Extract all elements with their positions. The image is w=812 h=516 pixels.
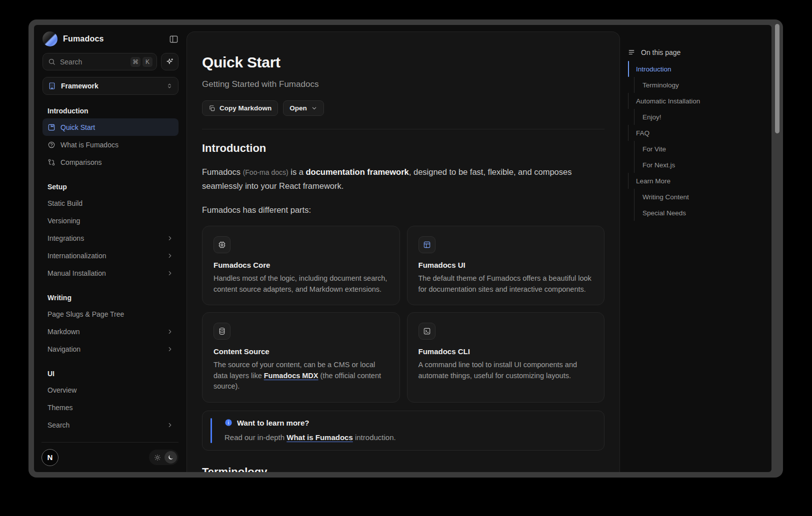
chevron-right-icon (166, 252, 174, 259)
sparkles-icon (166, 57, 174, 66)
sidebar-item-label: Page Slugs & Page Tree (48, 310, 124, 318)
sidebar-item-manual-installation[interactable]: Manual Installation (42, 264, 178, 282)
sidebar-item-markdown[interactable]: Markdown (42, 323, 178, 340)
card-description: The default theme of Fumadocs offers a b… (418, 273, 594, 295)
pronunciation-hint: (Foo-ma docs) (243, 168, 288, 176)
building-icon (48, 82, 56, 90)
toc-item-special-needs[interactable]: Special Needs (628, 205, 718, 221)
toc-item-for-nextjs[interactable]: For Next.js (628, 157, 718, 173)
copy-icon (208, 105, 216, 112)
sidebar-item-label: Versioning (48, 217, 80, 225)
table-of-contents: On this page Introduction Terminology Au… (628, 45, 718, 221)
nav-section-ui: UI (42, 366, 178, 381)
moon-icon[interactable] (164, 451, 177, 464)
nav-section-setup: Setup (42, 179, 178, 194)
sidebar-item-page-slugs[interactable]: Page Slugs & Page Tree (42, 305, 178, 323)
sidebar-item-label: Navigation (48, 345, 80, 353)
sidebar-item-quick-start[interactable]: Quick Start (42, 118, 178, 136)
card-fumadocs-cli[interactable]: Fumadocs CLI A command line tool to inst… (407, 312, 605, 403)
toc-list: Introduction Terminology Automatic Insta… (628, 61, 718, 221)
card-content-source[interactable]: Content Source The source of your conten… (202, 312, 400, 403)
info-icon (224, 419, 232, 427)
sidebar-item-what-is-fumadocs[interactable]: What is Fumadocs (42, 136, 178, 153)
circle-question-icon (48, 141, 56, 149)
sidebar-item-themes[interactable]: Themes (42, 399, 178, 416)
card-description: Handles most of the logic, including doc… (214, 273, 388, 295)
scrollbar-thumb[interactable] (775, 24, 780, 133)
sidebar-item-static-build[interactable]: Static Build (42, 194, 178, 212)
nav-section-introduction: Introduction (42, 103, 178, 118)
toc-item-label: Automatic Installation (636, 97, 700, 105)
chevron-right-icon (166, 422, 174, 429)
sidebar-item-navigation[interactable]: Navigation (42, 340, 178, 358)
chevron-right-icon (166, 328, 174, 335)
callout-head: Want to learn more? (224, 419, 595, 427)
what-is-fumadocs-link[interactable]: What is Fumadocs (286, 433, 353, 442)
text-fragment: Read our in-depth (224, 433, 286, 442)
nextjs-logo[interactable]: N (42, 449, 58, 466)
toc-item-learn-more[interactable]: Learn More (628, 173, 718, 189)
sidebar-item-versioning[interactable]: Versioning (42, 212, 178, 229)
sidebar-item-label: Comparisons (60, 158, 102, 166)
toc-item-label: Learn More (636, 177, 670, 185)
card-description: A command line tool to install UI compon… (418, 360, 594, 381)
sidebar-item-label: Internationalization (48, 252, 106, 260)
card-title: Content Source (214, 347, 388, 356)
toc-item-automatic-installation[interactable]: Automatic Installation (628, 93, 718, 109)
chevron-right-icon (166, 270, 174, 277)
toc-header: On this page (628, 45, 718, 60)
chevrons-up-down-icon (166, 82, 173, 89)
page-title: Quick Start (202, 54, 604, 71)
text-fragment: is a (288, 167, 306, 176)
text-fragment: introduction. (353, 433, 396, 442)
search-input[interactable]: Search ⌘ K (42, 53, 157, 70)
toc-item-label: Introduction (636, 65, 672, 73)
toc-item-terminology[interactable]: Terminology (628, 77, 718, 93)
chevron-right-icon (166, 235, 174, 242)
toc-item-writing-content[interactable]: Writing Content (628, 189, 718, 205)
toc-item-faq[interactable]: FAQ (628, 125, 718, 141)
ai-assistant-button[interactable] (161, 53, 178, 70)
sidebar-item-internationalization[interactable]: Internationalization (42, 247, 178, 264)
app-window: Fumadocs Search ⌘ K (28, 19, 783, 478)
layout-panels-icon (418, 236, 436, 253)
theme-toggle[interactable] (149, 450, 178, 465)
toc-item-label: Terminology (642, 81, 679, 89)
open-button[interactable]: Open (283, 100, 324, 116)
card-fumadocs-ui[interactable]: Fumadocs UI The default theme of Fumadoc… (407, 226, 605, 305)
sidebar-item-overview[interactable]: Overview (42, 381, 178, 399)
fumadocs-mdx-link[interactable]: Fumadocs MDX (264, 372, 318, 380)
sidebar-item-label: Quick Start (60, 123, 95, 131)
panel-left-icon (169, 34, 178, 44)
callout-body: Read our in-depth What is Fumadocs intro… (224, 433, 595, 442)
search-row: Search ⌘ K (42, 53, 178, 70)
card-fumadocs-core[interactable]: Fumadocs Core Handles most of the logic,… (202, 226, 400, 305)
toc-item-label: FAQ (636, 129, 650, 137)
framework-select[interactable]: Framework (42, 77, 178, 95)
toc-item-enjoy[interactable]: Enjoy! (628, 109, 718, 125)
toc-item-label: For Next.js (642, 161, 675, 169)
sidebar-item-label: Markdown (48, 328, 80, 336)
sidebar-item-label: Themes (48, 404, 73, 412)
toc-item-introduction[interactable]: Introduction (628, 61, 718, 77)
feature-cards: Fumadocs Core Handles most of the logic,… (202, 226, 604, 403)
heading-terminology: Terminology (202, 466, 604, 473)
sidebar-item-comparisons[interactable]: Comparisons (42, 153, 178, 171)
fumadocs-logo-icon (42, 31, 58, 46)
sidebar-item-label: Overview (48, 386, 76, 394)
sidebar-item-label: Static Build (48, 199, 82, 207)
sidebar-item-integrations[interactable]: Integrations (42, 229, 178, 247)
nav-section-writing: Writing (42, 290, 178, 305)
toc-header-label: On this page (641, 48, 680, 56)
database-icon (214, 323, 230, 340)
sidebar-collapse-button[interactable] (169, 34, 178, 44)
heading-introduction: Introduction (202, 142, 604, 155)
text-lines-icon (628, 48, 636, 56)
sun-icon[interactable] (154, 454, 161, 461)
bold-text: documentation framework (306, 167, 409, 176)
copy-markdown-button[interactable]: Copy Markdown (202, 100, 278, 116)
sidebar-item-search[interactable]: Search (42, 416, 178, 434)
card-title: Fumadocs Core (214, 261, 388, 269)
toc-item-for-vite[interactable]: For Vite (628, 141, 718, 157)
browser-viewport: Fumadocs Search ⌘ K (34, 25, 772, 472)
